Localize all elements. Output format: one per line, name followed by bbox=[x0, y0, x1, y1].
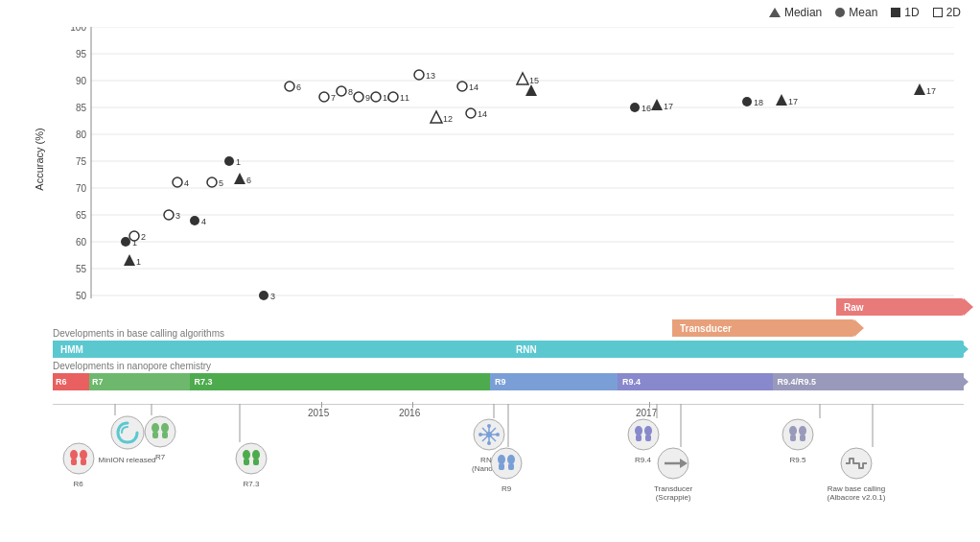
r6-icon-group: R6 bbox=[62, 442, 95, 488]
svg-text:50: 50 bbox=[76, 291, 87, 301]
svg-text:5: 5 bbox=[219, 178, 223, 188]
svg-point-81 bbox=[628, 419, 659, 450]
svg-text:1: 1 bbox=[136, 257, 141, 267]
r6-icon-label: R6 bbox=[62, 480, 95, 488]
data-point bbox=[525, 84, 537, 96]
svg-point-52 bbox=[70, 450, 78, 460]
2d-label: 2D bbox=[946, 6, 961, 19]
svg-text:8: 8 bbox=[348, 87, 353, 97]
svg-rect-64 bbox=[244, 459, 249, 465]
svg-text:12: 12 bbox=[443, 114, 453, 124]
data-point bbox=[914, 83, 925, 95]
svg-text:90: 90 bbox=[76, 76, 87, 86]
svg-rect-59 bbox=[152, 432, 158, 438]
data-point bbox=[234, 173, 245, 184]
svg-point-75 bbox=[487, 441, 491, 445]
svg-text:70: 70 bbox=[76, 183, 87, 194]
svg-point-82 bbox=[635, 426, 642, 436]
transducer-arrow bbox=[854, 319, 864, 337]
svg-point-73 bbox=[496, 433, 500, 436]
svg-text:14: 14 bbox=[469, 82, 478, 92]
svg-text:85: 85 bbox=[76, 103, 87, 113]
algo-bars-row: HMM RNN Transducer Raw bbox=[53, 341, 964, 358]
r9-bar: R9 bbox=[490, 373, 627, 390]
svg-text:6: 6 bbox=[246, 176, 251, 185]
r6-icon bbox=[62, 442, 95, 475]
svg-rect-92 bbox=[790, 435, 796, 441]
timeline-area: Developments in base calling algorithms … bbox=[53, 328, 964, 519]
svg-rect-60 bbox=[162, 432, 168, 438]
r94-icon bbox=[627, 418, 660, 451]
svg-text:17: 17 bbox=[664, 102, 673, 111]
svg-point-78 bbox=[507, 455, 515, 464]
transducer-label: Transducer bbox=[680, 323, 732, 334]
data-point bbox=[371, 92, 381, 102]
svg-point-58 bbox=[161, 423, 169, 433]
data-point bbox=[630, 103, 640, 112]
data-point bbox=[319, 92, 329, 102]
svg-point-51 bbox=[63, 443, 94, 474]
data-point bbox=[224, 156, 234, 166]
svg-text:60: 60 bbox=[76, 237, 87, 247]
svg-point-72 bbox=[478, 433, 482, 436]
square-outline-icon bbox=[933, 8, 943, 17]
data-point bbox=[354, 92, 363, 102]
svg-text:75: 75 bbox=[76, 156, 87, 167]
triangle-icon bbox=[769, 8, 781, 17]
r9-icon-label: R9 bbox=[490, 484, 523, 493]
r73-icon-group: R7.3 bbox=[235, 442, 268, 488]
svg-rect-79 bbox=[499, 463, 504, 470]
hmm-label: HMM bbox=[60, 344, 83, 355]
svg-point-53 bbox=[80, 450, 87, 460]
r73-bar: R7.3 bbox=[190, 373, 491, 390]
legend: Median Mean 1D 2D bbox=[769, 6, 961, 19]
svg-rect-84 bbox=[636, 435, 642, 441]
r94-bar: R9.4 bbox=[618, 373, 782, 390]
chart-svg: 100 95 90 85 80 75 70 65 60 55 50 1 2 1 … bbox=[53, 27, 964, 324]
svg-text:18: 18 bbox=[754, 98, 763, 107]
svg-text:9: 9 bbox=[365, 93, 370, 103]
r95-icon-group: R9.5 bbox=[782, 418, 814, 464]
data-point bbox=[207, 177, 217, 187]
svg-text:55: 55 bbox=[76, 264, 87, 274]
data-point bbox=[129, 231, 139, 241]
r7-icon bbox=[144, 415, 176, 448]
year-2017: 2017 bbox=[636, 408, 657, 418]
svg-point-61 bbox=[236, 443, 267, 474]
raw-icon bbox=[840, 447, 873, 480]
hmm-bar: HMM bbox=[53, 341, 526, 358]
svg-text:16: 16 bbox=[642, 104, 651, 113]
data-point bbox=[742, 97, 752, 106]
rnn-arrow bbox=[959, 341, 968, 358]
minion-icon bbox=[110, 415, 145, 450]
svg-text:2: 2 bbox=[141, 232, 146, 242]
r9495-bar: R9.4/R9.5 bbox=[773, 373, 965, 390]
r94-label: R9.4 bbox=[622, 377, 641, 387]
timeline-line bbox=[53, 404, 964, 405]
svg-point-50 bbox=[111, 416, 144, 449]
svg-text:4: 4 bbox=[184, 178, 189, 188]
r73-icon-label: R7.3 bbox=[235, 480, 268, 488]
median-label: Median bbox=[784, 6, 822, 19]
raw-bar: Raw bbox=[836, 298, 964, 316]
svg-point-57 bbox=[152, 423, 159, 433]
data-point bbox=[651, 99, 663, 110]
svg-point-74 bbox=[487, 424, 491, 428]
r9-label: R9 bbox=[495, 377, 506, 387]
chem-bars-row: R6 R7 R7.3 R9 R9.4 R9.4/R9.5 bbox=[53, 373, 964, 390]
mean-label: Mean bbox=[849, 6, 877, 19]
svg-text:1: 1 bbox=[236, 157, 241, 167]
legend-mean: Mean bbox=[835, 6, 877, 19]
r95-icon bbox=[782, 418, 814, 451]
r9-icon bbox=[490, 447, 523, 480]
data-point bbox=[124, 254, 135, 266]
svg-point-90 bbox=[789, 426, 797, 436]
legend-median: Median bbox=[769, 6, 822, 19]
albacore-label: (Albacore v2.0.1) bbox=[828, 493, 886, 502]
scrappie-label: (Scrappie) bbox=[654, 493, 692, 502]
svg-text:13: 13 bbox=[426, 71, 435, 81]
data-point bbox=[285, 82, 294, 91]
r9495-arrow bbox=[959, 373, 968, 390]
data-point bbox=[173, 177, 182, 187]
legend-1d: 1D bbox=[891, 6, 919, 19]
